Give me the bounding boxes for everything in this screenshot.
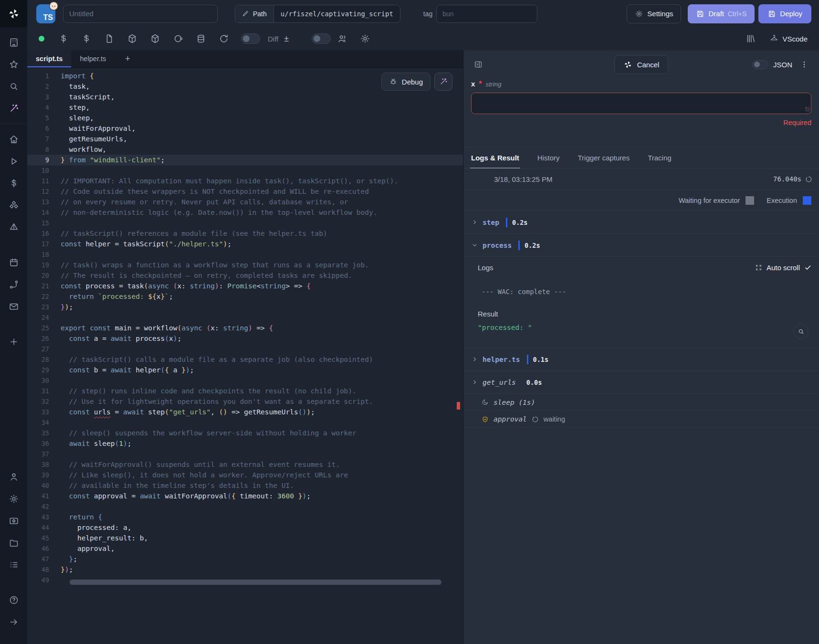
vscode-button[interactable]: VScode (770, 34, 808, 43)
folders-icon[interactable] (8, 537, 20, 549)
package-icon-1[interactable] (126, 33, 138, 44)
code-line[interactable]: 12// Code outside these wrappers is NOT … (27, 186, 463, 197)
code-line[interactable]: 23}); (27, 302, 463, 312)
timeline-row-process[interactable]: process 0.2s (463, 233, 819, 256)
tab-script-ts[interactable]: script.ts (27, 50, 71, 67)
kebab-menu-icon[interactable] (797, 57, 811, 72)
code-line[interactable]: 25export const main = workflow(async (x:… (27, 323, 463, 333)
ai-assistant-wand-button[interactable] (434, 73, 452, 91)
collapse-panel-icon[interactable] (471, 57, 485, 72)
library-icon[interactable] (745, 33, 756, 44)
debug-button[interactable]: Debug (381, 73, 430, 91)
plus-minus-icon[interactable]: ± (284, 34, 289, 44)
script-title-input[interactable] (63, 5, 218, 23)
dollar-icon-2[interactable] (81, 33, 92, 44)
code-line[interactable]: 3 taskScript, (27, 92, 463, 102)
tab-tracing[interactable]: Tracing (648, 147, 671, 168)
tab-trigger-captures[interactable]: Trigger captures (578, 147, 630, 168)
timeline-row-get-urls[interactable]: get_urls 0.0s (463, 370, 819, 393)
pyramid-icon[interactable] (8, 222, 20, 233)
code-line[interactable]: 17const helper = taskScript("./helper.ts… (27, 239, 463, 249)
code-line[interactable]: 19// task() wraps a function as a workfl… (27, 260, 463, 270)
add-plus-icon[interactable] (8, 336, 20, 348)
code-line[interactable]: 24 (27, 312, 463, 323)
code-line[interactable]: 6 waitForApproval, (27, 123, 463, 134)
code-line[interactable]: 35 // sleep() suspends the workflow serv… (27, 428, 463, 438)
code-line[interactable]: 30 (27, 375, 463, 386)
draft-button[interactable]: Draft Ctrl+S (688, 4, 755, 23)
code-line[interactable]: 10 (27, 165, 463, 176)
code-line[interactable]: 29 const b = await helper({ a }); (27, 365, 463, 375)
home-icon[interactable] (8, 134, 20, 145)
code-area[interactable]: 1import {2 task,3 taskScript,4 step,5 sl… (27, 68, 463, 644)
code-line[interactable]: 47 }; (27, 554, 463, 564)
code-line[interactable]: 33 const urls = await step("get_urls", (… (27, 407, 463, 417)
dollar-icon-1[interactable] (58, 33, 69, 44)
mail-icon[interactable] (8, 301, 20, 312)
check-icon[interactable] (804, 264, 811, 271)
tab-logs-result[interactable]: Logs & Result (471, 147, 519, 168)
user-icon[interactable] (8, 471, 20, 483)
horizontal-scrollbar[interactable] (70, 580, 441, 585)
code-line[interactable]: 27 (27, 344, 463, 354)
code-line[interactable]: 46 approval, (27, 543, 463, 554)
path-edit-button[interactable]: Path (235, 5, 274, 22)
deploy-button[interactable]: Deploy (758, 4, 811, 23)
code-line[interactable]: 32 // Use it for lightweight operations … (27, 396, 463, 407)
code-line[interactable]: 15 (27, 218, 463, 228)
auto-scroll-label[interactable]: Auto scroll (766, 264, 800, 272)
windmill-logo[interactable] (0, 0, 27, 27)
code-line[interactable]: 31 // step() runs inline code and checkp… (27, 386, 463, 396)
cancel-button[interactable]: Cancel (614, 55, 669, 74)
code-line[interactable]: 18 (27, 249, 463, 260)
code-line[interactable]: 22 return `processed: ${x}`; (27, 291, 463, 302)
code-line[interactable]: 41 const approval = await waitForApprova… (27, 491, 463, 501)
timeline-row-step[interactable]: step 0.2s (463, 211, 819, 233)
search-result-icon[interactable] (793, 324, 808, 339)
timeline-row-helper[interactable]: helper.ts 0.1s (463, 348, 819, 370)
code-line[interactable]: 38 // waitForApproval() suspends until a… (27, 459, 463, 470)
search-icon[interactable] (8, 81, 20, 92)
file-icon[interactable] (104, 33, 115, 44)
new-tab-button[interactable]: + (115, 50, 141, 67)
package-icon-2[interactable] (149, 33, 161, 44)
workspace-icon[interactable] (8, 37, 20, 48)
variables-dollar-icon[interactable] (8, 178, 20, 189)
code-line[interactable]: 34 (27, 417, 463, 428)
code-line[interactable]: 13// on every resume or retry. Never put… (27, 197, 463, 207)
editor-settings-gear-icon[interactable] (359, 33, 371, 44)
code-line[interactable]: 20// The result is checkpointed — on ret… (27, 270, 463, 281)
code-line[interactable]: 8 workflow, (27, 144, 463, 155)
settings-button[interactable]: Settings (627, 4, 681, 23)
runs-play-icon[interactable] (8, 156, 20, 167)
tag-input[interactable] (436, 5, 537, 23)
timeline-row-approval[interactable]: approval waiting (463, 411, 819, 428)
settings-gear-icon[interactable] (8, 493, 20, 505)
rotate-icon[interactable] (172, 33, 184, 44)
json-toggle[interactable] (752, 60, 768, 69)
tab-helper-ts[interactable]: helper.ts (71, 50, 115, 67)
expand-icon[interactable] (755, 264, 762, 271)
code-line[interactable]: 28 // taskScript() calls a module file a… (27, 354, 463, 365)
code-line[interactable]: 48}); (27, 564, 463, 575)
code-line[interactable]: 4 step, (27, 102, 463, 113)
code-line[interactable]: 43 return { (27, 512, 463, 522)
code-line[interactable]: 14// non-deterministic logic (e.g. Date.… (27, 207, 463, 218)
workers-icon[interactable] (8, 515, 20, 527)
code-line[interactable]: 11// IMPORTANT: All computation must hap… (27, 176, 463, 186)
code-line[interactable]: 26 const a = await process(x); (27, 333, 463, 344)
code-line[interactable]: 36 await sleep(1); (27, 438, 463, 449)
path-control[interactable]: Path u/rfiszel/captivating_script (235, 5, 400, 23)
code-line[interactable]: 5 sleep, (27, 113, 463, 123)
arg-x-input[interactable] (471, 93, 811, 114)
diff-toggle[interactable] (241, 33, 260, 44)
routes-icon[interactable] (8, 279, 20, 290)
code-line[interactable]: 37 (27, 449, 463, 459)
refresh-icon[interactable] (218, 33, 230, 44)
code-line[interactable]: 39 // Like sleep(), it does not hold a w… (27, 470, 463, 480)
tab-history[interactable]: History (537, 147, 560, 168)
audit-list-icon[interactable] (8, 559, 20, 570)
multiplayer-toggle[interactable] (312, 33, 331, 44)
ai-wand-icon[interactable] (8, 103, 20, 114)
code-line[interactable]: 42 (27, 501, 463, 512)
